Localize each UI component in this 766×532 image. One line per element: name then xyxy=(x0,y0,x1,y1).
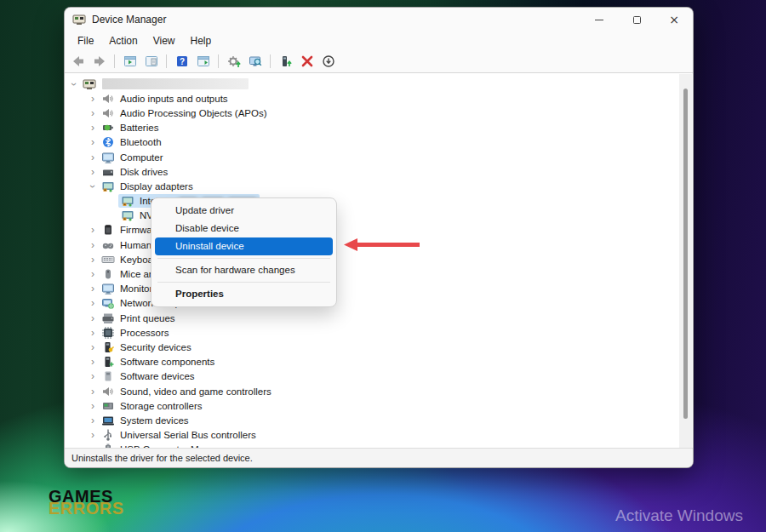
menu-view[interactable]: View xyxy=(146,33,183,49)
tree-item-label: Processors xyxy=(117,327,172,339)
show-console-tree-button[interactable] xyxy=(120,52,140,71)
update-driver-icon xyxy=(227,54,241,68)
computer-root-icon xyxy=(83,77,96,91)
firmware-icon xyxy=(101,223,115,237)
driver-update-icon xyxy=(279,54,293,68)
chevron-collapsed-icon[interactable]: › xyxy=(87,137,99,147)
chevron-collapsed-icon[interactable]: › xyxy=(87,415,99,426)
toolbar-separator xyxy=(270,54,271,68)
menu-action[interactable]: Action xyxy=(101,33,145,49)
hid-icon xyxy=(101,238,115,252)
scan-hardware-button[interactable] xyxy=(245,52,265,71)
properties-pane-button[interactable] xyxy=(141,52,161,71)
help-button[interactable]: ? xyxy=(172,52,192,71)
context-menu-separator xyxy=(157,258,330,259)
maximize-button[interactable] xyxy=(618,8,655,31)
tree-item-label: Universal Serial Bus controllers xyxy=(117,429,259,441)
scrollbar-track[interactable] xyxy=(679,74,692,448)
back-button[interactable] xyxy=(68,52,88,71)
status-text: Uninstalls the driver for the selected d… xyxy=(71,453,253,463)
context-menu-separator xyxy=(157,282,330,283)
tree-item[interactable]: ›Computer xyxy=(65,150,679,164)
chevron-collapsed-icon[interactable]: › xyxy=(87,357,99,367)
chevron-collapsed-icon[interactable]: › xyxy=(87,386,99,397)
tree-item-label: Audio inputs and outputs xyxy=(117,93,231,105)
context-menu: Update driverDisable deviceUninstall dev… xyxy=(151,197,337,307)
forward-button[interactable] xyxy=(89,52,109,71)
uninstall-button[interactable] xyxy=(297,52,317,71)
minimize-icon xyxy=(595,20,603,20)
chevron-collapsed-icon[interactable]: › xyxy=(87,123,99,133)
chevron-collapsed-icon[interactable]: › xyxy=(87,328,99,338)
tree-item[interactable]: ›Display adapters xyxy=(65,179,679,193)
tree-item[interactable]: ›Security devices xyxy=(65,340,679,354)
tree-item-label: Disk drives xyxy=(117,166,170,178)
context-menu-item-scan-for-hardware-changes[interactable]: Scan for hardware changes xyxy=(155,261,333,279)
tree-item[interactable]: ›Print queues xyxy=(65,311,679,325)
censored-computer-name xyxy=(102,78,249,89)
tree-item[interactable]: ›Bluetooth xyxy=(65,135,679,150)
tree-item-label: Display adapters xyxy=(117,180,196,192)
computer-icon xyxy=(101,151,115,164)
keyboard-icon xyxy=(101,253,115,266)
chevron-collapsed-icon[interactable]: › xyxy=(87,225,99,235)
context-menu-item-disable-device[interactable]: Disable device xyxy=(155,220,333,237)
speaker-icon xyxy=(101,106,115,120)
driver-update-button[interactable] xyxy=(276,52,295,71)
menu-help[interactable]: Help xyxy=(183,33,220,49)
disable-device-button[interactable] xyxy=(318,52,338,71)
tree-item-label: Storage controllers xyxy=(117,400,205,412)
tree-item[interactable]: ›Processors xyxy=(65,325,679,340)
tree-item[interactable]: ›Batteries xyxy=(65,121,679,135)
chevron-collapsed-icon[interactable]: › xyxy=(87,108,99,118)
tree-item[interactable]: ›Sound, video and game controllers xyxy=(65,384,679,398)
chevron-collapsed-icon[interactable]: › xyxy=(87,401,99,411)
tree-item[interactable]: ›Storage controllers xyxy=(65,398,679,413)
chevron-collapsed-icon[interactable]: › xyxy=(87,298,99,308)
chevron-collapsed-icon[interactable]: › xyxy=(87,283,99,294)
context-menu-item-uninstall-device[interactable]: Uninstall device xyxy=(155,237,333,255)
display-icon xyxy=(101,180,115,193)
chevron-collapsed-icon[interactable]: › xyxy=(87,371,99,381)
status-bar: Uninstalls the driver for the selected d… xyxy=(65,448,693,467)
chevron-collapsed-icon[interactable]: › xyxy=(87,313,99,323)
close-icon: × xyxy=(669,14,679,26)
tree-item[interactable]: ›System devices xyxy=(65,413,679,427)
tree-item[interactable]: ›Audio Processing Objects (APOs) xyxy=(65,106,679,120)
tree-item[interactable]: ›Software devices xyxy=(65,369,679,384)
display-icon xyxy=(121,209,134,222)
scrollbar-thumb[interactable] xyxy=(683,89,688,419)
scan-hardware-icon xyxy=(249,54,262,68)
close-button[interactable]: × xyxy=(655,8,693,31)
menu-bar: FileActionViewHelp xyxy=(65,31,693,50)
tree-root-item[interactable]: › xyxy=(65,77,679,91)
forward-icon xyxy=(93,54,106,68)
chevron-collapsed-icon[interactable]: › xyxy=(87,167,99,177)
chevron-expanded-icon[interactable]: › xyxy=(88,180,98,192)
storage-icon xyxy=(101,399,115,413)
chevron-collapsed-icon[interactable]: › xyxy=(87,255,99,265)
minimize-button[interactable] xyxy=(580,8,618,31)
menu-file[interactable]: File xyxy=(70,33,101,49)
toolbar-separator xyxy=(166,54,167,68)
svg-text:?: ? xyxy=(179,57,184,66)
chevron-collapsed-icon[interactable]: › xyxy=(87,152,99,163)
chevron-collapsed-icon[interactable]: › xyxy=(87,342,99,352)
chevron-collapsed-icon[interactable]: › xyxy=(87,269,99,279)
toolbar-separator xyxy=(218,54,219,68)
chevron-collapsed-icon[interactable]: › xyxy=(87,94,99,104)
context-menu-item-update-driver[interactable]: Update driver xyxy=(155,202,333,220)
context-menu-item-properties[interactable]: Properties xyxy=(155,285,333,303)
tree-item[interactable]: ›Software components xyxy=(65,355,679,369)
tree-item[interactable]: ›Disk drives xyxy=(65,164,679,179)
printer-icon xyxy=(101,312,115,325)
chevron-collapsed-icon[interactable]: › xyxy=(87,430,99,440)
uninstall-icon xyxy=(300,54,314,68)
update-driver-button[interactable] xyxy=(224,52,243,71)
chevron-expanded-icon[interactable]: › xyxy=(69,78,79,90)
bluetooth-icon xyxy=(101,135,115,149)
tree-item[interactable]: ›Audio inputs and outputs xyxy=(65,91,679,106)
action-pane-button[interactable] xyxy=(193,52,213,71)
tree-item[interactable]: ›Universal Serial Bus controllers xyxy=(65,428,679,443)
chevron-collapsed-icon[interactable]: › xyxy=(87,240,99,250)
